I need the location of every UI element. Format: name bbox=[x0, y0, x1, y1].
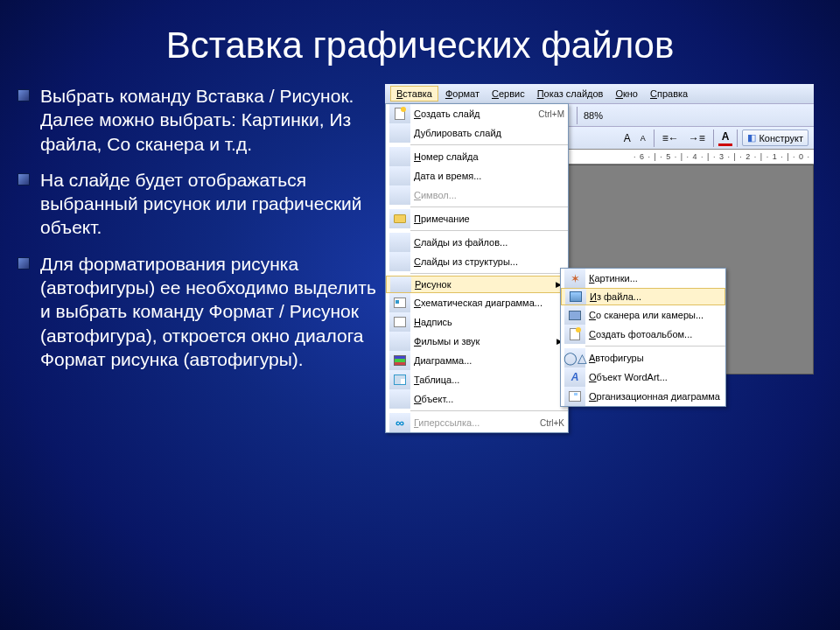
menu-item-label: Слайды из файлов... bbox=[414, 237, 564, 248]
insert-menu-dropdown: Создать слайдCtrl+MДублировать слайдНоме… bbox=[385, 103, 569, 433]
table-icon bbox=[393, 373, 407, 387]
menu-item-icon-col: ◯△ bbox=[564, 348, 585, 368]
menu-item[interactable]: Слайды из структуры... bbox=[386, 252, 568, 271]
menu-item-label: Создать слайд bbox=[414, 108, 533, 119]
wordart-icon: A bbox=[568, 370, 582, 384]
menu-item[interactable]: Со сканера или камеры... bbox=[561, 305, 725, 325]
diag-icon bbox=[393, 296, 407, 310]
menu-item[interactable]: Слайды из файлов... bbox=[386, 233, 568, 252]
menu-item-icon-col: A bbox=[564, 368, 585, 387]
menu-item-label: Гиперссылка... bbox=[414, 417, 535, 428]
menu-item: ∞Гиперссылка...Ctrl+K bbox=[386, 413, 568, 432]
menu-item-icon-col bbox=[389, 332, 410, 351]
menu-item-label: Надпись bbox=[414, 317, 564, 327]
menu-item-label: Картинки... bbox=[589, 273, 722, 284]
menu-item-icon-col bbox=[389, 104, 410, 123]
menu-item-label: Рисунок bbox=[415, 279, 564, 290]
font-size-up-icon[interactable]: A bbox=[620, 131, 634, 145]
menu-item-icon-col: ∞ bbox=[389, 413, 410, 432]
menu-item: Символ... bbox=[386, 186, 568, 205]
menu-item[interactable]: Организационная диаграмма bbox=[561, 387, 725, 406]
menu-item-label: Номер слайда bbox=[414, 151, 564, 162]
powerpoint-window: ВставкаФорматСервисПоказ слайдовОкноСпра… bbox=[385, 84, 814, 374]
menu-item[interactable]: Дата и время... bbox=[386, 166, 568, 186]
menu-item-label: Дублировать слайд bbox=[414, 128, 564, 138]
menu-item-icon-col bbox=[389, 233, 410, 252]
menu-item[interactable]: Создать слайдCtrl+M bbox=[386, 104, 568, 123]
menu-item[interactable]: Дублировать слайд bbox=[386, 123, 568, 143]
shapes-icon: ◯△ bbox=[568, 351, 582, 365]
menu-item-вставка[interactable]: Вставка bbox=[390, 86, 438, 102]
menu-item-label: Символ... bbox=[414, 190, 564, 200]
menu-item[interactable]: Примечание bbox=[386, 209, 568, 228]
menu-item-label: Фильмы и звук bbox=[414, 336, 564, 346]
menu-item-icon-col bbox=[389, 351, 410, 370]
menu-item-shortcut: Ctrl+K bbox=[540, 418, 564, 428]
menu-item-label: Таблица... bbox=[414, 374, 564, 385]
menu-item-icon-col bbox=[389, 370, 410, 389]
menu-item-справка[interactable]: Справка bbox=[645, 87, 693, 101]
decrease-indent-icon[interactable]: ≡← bbox=[659, 131, 682, 145]
menu-item-label: Объект... bbox=[414, 394, 564, 404]
folder-icon bbox=[393, 212, 407, 226]
menu-item-формат[interactable]: Формат bbox=[440, 87, 485, 101]
menu-item[interactable]: Рисунок▶ bbox=[386, 276, 568, 293]
picture-submenu: ✶Картинки...Из файла...Со сканера или ка… bbox=[560, 268, 726, 407]
menu-item[interactable]: Схематическая диаграмма... bbox=[386, 293, 568, 312]
design-button[interactable]: ◧ Конструкт bbox=[742, 130, 808, 146]
menu-item-label: Примечание bbox=[414, 214, 564, 224]
menu-item[interactable]: Диаграмма... bbox=[386, 351, 568, 370]
menu-item-label: Из файла... bbox=[590, 291, 721, 302]
menu-item[interactable]: ✶Картинки... bbox=[561, 269, 725, 288]
menu-separator bbox=[410, 230, 568, 231]
menu-separator bbox=[585, 346, 725, 346]
menu-item-сервис[interactable]: Сервис bbox=[486, 87, 530, 101]
menu-item[interactable]: Создать фотоальбом... bbox=[561, 325, 725, 344]
bullet-item: На слайде будет отображаться выбранный р… bbox=[18, 168, 376, 240]
menu-item-icon-col bbox=[564, 387, 585, 406]
menu-item[interactable]: ◯△Автофигуры bbox=[561, 348, 725, 368]
font-color-icon[interactable]: A bbox=[718, 130, 733, 146]
chart-icon bbox=[393, 354, 407, 368]
menu-item-icon-col bbox=[389, 312, 410, 332]
menu-item-label: Диаграмма... bbox=[414, 355, 564, 366]
menu-item[interactable]: AОбъект WordArt... bbox=[561, 368, 725, 387]
menu-item-label: Автофигуры bbox=[589, 353, 722, 363]
newslide-icon bbox=[393, 107, 407, 121]
menu-item-icon-col bbox=[389, 293, 410, 312]
menu-item-label: Со сканера или камеры... bbox=[589, 310, 722, 320]
menu-item[interactable]: Из файла... bbox=[561, 288, 725, 305]
bullet-text: Для форматирования рисунка (автофигуры) … bbox=[40, 252, 376, 371]
clip-icon: ✶ bbox=[568, 271, 582, 285]
menu-item-icon-col bbox=[564, 305, 585, 325]
font-size-down-icon[interactable]: A bbox=[637, 133, 649, 144]
menubar: ВставкаФорматСервисПоказ слайдовОкноСпра… bbox=[385, 84, 814, 103]
increase-indent-icon[interactable]: →≡ bbox=[685, 131, 709, 145]
menu-separator bbox=[410, 273, 568, 274]
org-icon bbox=[568, 389, 582, 403]
bullet-text: Выбрать команду Вставка / Рисунок. Далее… bbox=[40, 84, 376, 156]
newslide-icon bbox=[568, 327, 582, 341]
menu-item[interactable]: Объект... bbox=[386, 389, 568, 409]
menu-item[interactable]: Таблица... bbox=[386, 370, 568, 389]
zoom-level[interactable]: 88% bbox=[580, 110, 606, 121]
menu-item-icon-col bbox=[565, 289, 586, 304]
pic-icon bbox=[569, 290, 583, 304]
menu-item-label: Объект WordArt... bbox=[589, 372, 722, 382]
menu-item[interactable]: Фильмы и звук▶ bbox=[386, 332, 568, 351]
menu-item-показ-слайдов[interactable]: Показ слайдов bbox=[532, 87, 609, 101]
bullet-icon bbox=[18, 257, 30, 270]
menu-item-icon-col bbox=[389, 147, 410, 166]
menu-item-label: Схематическая диаграмма... bbox=[414, 298, 564, 308]
menu-item-icon-col bbox=[389, 186, 410, 205]
menu-item-окно[interactable]: Окно bbox=[610, 87, 643, 101]
menu-item[interactable]: Надпись bbox=[386, 312, 568, 332]
menu-item-icon-col bbox=[389, 389, 410, 409]
menu-separator bbox=[410, 144, 568, 145]
design-icon: ◧ bbox=[747, 132, 756, 144]
menu-item-icon-col bbox=[389, 166, 410, 186]
menu-separator bbox=[410, 206, 568, 207]
menu-item[interactable]: Номер слайда bbox=[386, 147, 568, 166]
menu-item-label: Слайды из структуры... bbox=[414, 256, 564, 267]
menu-item-icon-col bbox=[389, 252, 410, 271]
